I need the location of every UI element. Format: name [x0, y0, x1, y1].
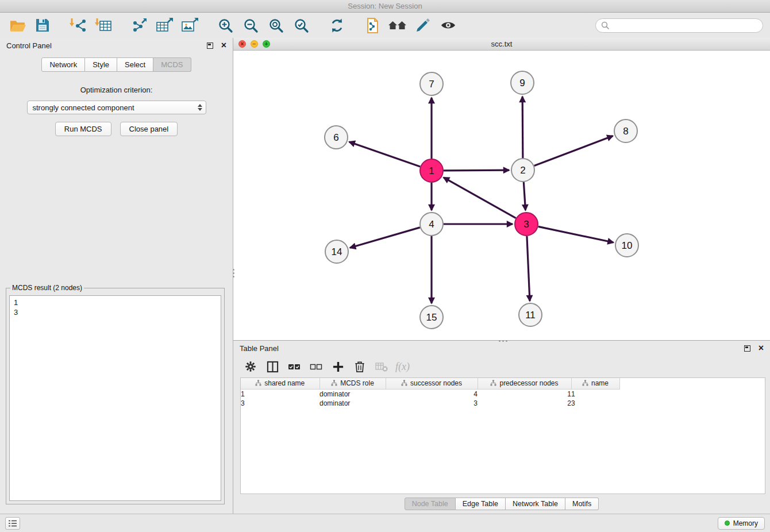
node-10[interactable]: 10 [615, 234, 638, 257]
close-panel-icon-button[interactable]: × [221, 42, 226, 49]
open-folder-icon [9, 18, 26, 33]
save-session-button[interactable] [32, 16, 53, 35]
svg-text:9: 9 [519, 78, 525, 88]
function-builder-button[interactable]: f(x) [395, 361, 410, 373]
zoom-in-icon [218, 18, 233, 33]
tab-network[interactable]: Network [41, 57, 85, 72]
mcds-result-value: 1 [14, 298, 217, 307]
open-file-button[interactable] [7, 16, 28, 35]
zoom-selected-button[interactable] [291, 16, 311, 35]
cell-MCDS-role[interactable]: dominator [319, 389, 386, 399]
table-row[interactable]: 1dominator411 [241, 389, 765, 399]
node-2[interactable]: 2 [511, 159, 534, 182]
show-hide-details-button[interactable] [438, 16, 459, 35]
node-9[interactable]: 9 [511, 71, 534, 94]
cell-successor-nodes[interactable]: 4 [386, 389, 478, 399]
network-window-titlebar[interactable]: × − + scc.txt [233, 38, 770, 51]
show-columns-button[interactable] [263, 358, 282, 375]
network-home-button[interactable] [387, 16, 408, 35]
cell-successor-nodes[interactable]: 3 [386, 399, 478, 408]
mcds-result-list[interactable]: 13 [9, 295, 221, 501]
network-canvas[interactable]: 7968124314101511 [233, 51, 770, 340]
minimize-window-button[interactable]: − [251, 40, 258, 48]
refresh-view-button[interactable] [326, 16, 347, 35]
tab-node-table[interactable]: Node Table [405, 498, 456, 510]
column-header-successor-nodes[interactable]: successor nodes [386, 378, 478, 389]
export-table-button[interactable] [154, 16, 175, 35]
deselect-all-columns-button[interactable] [307, 358, 325, 375]
cell-name[interactable]: 1 [571, 389, 619, 399]
panel-splitter-handle[interactable] [231, 264, 236, 282]
node-11[interactable]: 11 [519, 303, 542, 326]
network-window: × − + scc.txt 7968124314101511 [233, 38, 770, 341]
float-panel-button[interactable] [207, 43, 213, 49]
edge-3-11[interactable] [527, 236, 530, 301]
search-box[interactable] [595, 18, 763, 33]
column-header-shared-name[interactable]: shared name [241, 378, 319, 389]
cell-name[interactable]: 3 [571, 399, 619, 408]
cell-shared-name[interactable]: 3 [241, 399, 319, 408]
memory-button[interactable]: Memory [718, 517, 765, 530]
column-header-predecessor-nodes[interactable]: predecessor nodes [478, 378, 571, 389]
cell-predecessor-nodes[interactable]: 2 [478, 399, 571, 408]
node-3-selected[interactable]: 3 [515, 213, 538, 236]
optimization-criterion-dropdown[interactable]: strongly connected component [27, 101, 206, 114]
cell-MCDS-role[interactable]: dominator [319, 399, 386, 408]
node-4[interactable]: 4 [420, 213, 443, 236]
node-6[interactable]: 6 [325, 126, 348, 149]
edge-1-2[interactable] [444, 170, 509, 171]
mcds-action-buttons: Run MCDS Close panel [0, 122, 233, 136]
cell-shared-name[interactable]: 1 [241, 389, 319, 399]
app-titlebar: Session: New Session [0, 0, 770, 13]
tab-mcds[interactable]: MCDS [153, 57, 191, 72]
edge-4-14[interactable] [350, 228, 420, 248]
run-mcds-button[interactable]: Run MCDS [55, 122, 111, 136]
tab-motifs[interactable]: Motifs [565, 498, 599, 510]
delete-table-button[interactable] [372, 358, 391, 375]
edge-2-9[interactable] [522, 97, 523, 158]
tab-select[interactable]: Select [117, 57, 153, 72]
zoom-out-button[interactable] [240, 16, 261, 35]
edge-2-3[interactable] [523, 182, 525, 210]
ndex-import-button[interactable] [362, 16, 383, 35]
close-panel-button[interactable]: Close panel [120, 122, 178, 136]
add-row-button[interactable] [329, 358, 347, 375]
cell-predecessor-nodes[interactable]: 1 [478, 389, 571, 399]
edge-3-1[interactable] [444, 178, 516, 218]
table-settings-button[interactable] [241, 358, 260, 375]
save-floppy-icon [35, 18, 50, 33]
table-row[interactable]: 3dominator323 [241, 399, 765, 408]
tab-edge-table[interactable]: Edge Table [456, 498, 506, 510]
tab-network-table[interactable]: Network Table [506, 498, 565, 510]
export-image-button[interactable] [179, 16, 200, 35]
edge-3-10[interactable] [538, 226, 614, 242]
column-header-name[interactable]: name [571, 378, 619, 389]
delete-rows-button[interactable] [351, 358, 369, 375]
node-7[interactable]: 7 [420, 72, 443, 95]
node-1-selected[interactable]: 1 [420, 159, 443, 182]
apply-style-button[interactable] [413, 16, 433, 35]
network-graph[interactable]: 7968124314101511 [233, 51, 768, 340]
column-header-mcds-role[interactable]: MCDS role [319, 378, 386, 389]
import-table-button[interactable] [93, 16, 114, 35]
zoom-fit-button[interactable] [265, 16, 286, 35]
mcds-result-title: MCDS result (2 nodes) [10, 284, 84, 292]
export-network-button[interactable] [129, 16, 149, 35]
close-window-button[interactable]: × [238, 40, 246, 48]
zoom-window-button[interactable]: + [263, 40, 270, 48]
zoom-in-button[interactable] [215, 16, 236, 35]
float-table-panel-button[interactable] [744, 345, 750, 352]
edge-2-8[interactable] [534, 136, 613, 166]
view-splitter-handle[interactable] [494, 338, 511, 343]
node-15[interactable]: 15 [420, 306, 443, 329]
tab-style[interactable]: Style [85, 57, 117, 72]
task-history-button[interactable] [5, 517, 20, 530]
node-14[interactable]: 14 [325, 240, 348, 263]
close-table-panel-button[interactable]: × [759, 345, 764, 352]
select-all-columns-button[interactable] [285, 358, 303, 375]
node-8[interactable]: 8 [614, 119, 637, 142]
search-input[interactable] [613, 21, 757, 30]
zoom-selected-icon [294, 18, 309, 33]
edge-1-6[interactable] [349, 142, 421, 167]
import-network-button[interactable] [68, 16, 88, 35]
